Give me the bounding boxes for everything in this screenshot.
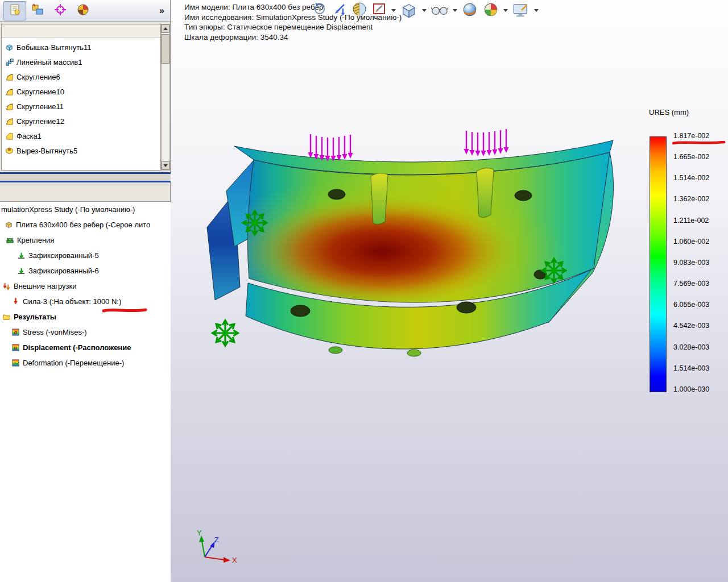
stress-plot-icon: σ [11,328,20,336]
dimxpert-manager-tab-icon [53,3,67,19]
dropdown-caret-icon[interactable] [422,9,427,12]
property-manager-tab-icon [8,3,22,19]
tree-item-fillet6[interactable]: Скругление6 [2,69,160,84]
edit-appearance-icon [461,1,478,20]
study-item-fixed-6[interactable]: Зафиксированный-6 [0,263,171,278]
legend-tick-label: 3.028e-003 [673,343,709,351]
study-item-fixtures[interactable]: Крепления [0,232,171,248]
legend-tick-label: 1.000e-030 [673,385,709,393]
tree-item-label: Бобышка-Вытянуть11 [16,43,91,52]
study-item-label: Плита 630x400 без ребер (-Серое лито [16,221,150,229]
study-item-label: Stress (-vonMises-) [23,328,87,336]
tree-item-label: Вырез-Вытянуть5 [16,147,77,155]
study-item-label: Deformation (-Перемещение-) [23,359,124,367]
dropdown-caret-icon[interactable] [453,9,457,12]
tree-item-chamfer[interactable]: Фаска1 [2,128,160,143]
fixtures-folder-icon [6,236,14,244]
study-item-label: Displacement (-Расположение [23,343,131,352]
heads-up-toolbar [312,1,539,22]
study-item-part[interactable]: Плита 630x400 без ребер (-Серое лито [0,217,171,232]
simulation-study-tree: mulationXpress Study (-По умолчанию-) Пл… [0,201,171,582]
panel-tab-bar: » [0,0,170,22]
scroll-thumb[interactable] [162,34,169,64]
study-item-stress[interactable]: σ Stress (-vonMises-) [0,325,171,340]
hide-show-items-icon [431,1,449,22]
tree-item-label: Фаска1 [16,132,42,140]
feature-tree: Бобышка-Вытянуть11 Линейный массив1 Скру… [1,24,161,171]
previous-view-button[interactable] [332,1,348,19]
results-folder-icon [2,313,11,321]
external-loads-folder-icon [2,282,11,290]
load-arrows [308,129,509,161]
edit-sketch-icon [371,1,387,19]
section-view-button[interactable] [351,1,367,19]
tree-item-label: Скругление6 [16,73,60,81]
legend-tick-label: 1.665e-002 [673,153,709,161]
legend-title: URES (mm) [649,108,689,117]
study-item-label: Крепления [17,236,54,244]
dropdown-caret-icon[interactable] [503,9,508,12]
legend-tick-label: 1.362e-002 [673,195,709,203]
edit-sketch-button[interactable] [371,1,387,19]
fillet-icon [5,88,14,96]
study-item-label: Зафиксированный-5 [28,251,99,260]
part-icon [5,221,13,229]
study-title-label: mulationXpress Study (-По умолчанию-) [1,205,135,214]
tree-item-linear-pattern[interactable]: Линейный массив1 [2,55,160,69]
study-item-label: Сила-3 (:На объект: 1000 N:) [23,297,121,306]
tree-item-fillet11[interactable]: Скругление11 [2,99,160,114]
dropdown-caret-icon[interactable] [391,9,396,12]
scroll-down-button[interactable] [162,161,169,170]
panel-splitter-horizontal[interactable] [0,172,171,182]
study-item-label: Результаты [14,313,56,321]
model-plot[interactable]: X Y Z [171,0,728,582]
feature-tree-scrollbar[interactable] [161,24,170,171]
study-item-deformation[interactable]: Deformation (-Перемещение-) [0,355,171,371]
fillet-icon [5,117,14,126]
expand-panel-button[interactable]: » [159,6,164,16]
tree-item-label: Скругление11 [16,102,64,111]
tree-item-fillet12[interactable]: Скругление12 [2,114,160,128]
tab-configuration-manager[interactable] [26,1,49,20]
study-item-fixed-5[interactable]: Зафиксированный-5 [0,248,171,263]
tab-dimxpert-manager[interactable] [49,1,72,20]
legend-color-bar [650,136,667,392]
tree-item-fillet10[interactable]: Скругление10 [2,84,160,99]
legend-tick-label: 9.083e-003 [673,259,709,267]
tree-item-label: Скругление12 [16,117,64,126]
arrow-up-icon [163,27,168,30]
tree-item-cut-extrude[interactable]: Вырез-Вытянуть5 [2,143,160,158]
svg-text:u: u [14,345,17,351]
result-legend: URES (mm) 1.817e-002 1.665e-002 1.514e-0… [646,106,728,413]
study-item-displacement[interactable]: u Displacement (-Расположение [0,340,171,355]
tree-item-boss-extrude[interactable]: Бобышка-Вытянуть11 [2,40,160,55]
edit-appearance-button[interactable] [461,1,478,20]
fillet-icon [5,102,14,111]
chamfer-icon [5,132,14,140]
boss-extrude-icon [5,43,14,52]
rotate-view-button[interactable] [312,1,328,19]
feature-manager-panel: » Бобышка-Вытянуть11 Линейный массив1 Ск… [0,0,171,582]
dropdown-caret-icon[interactable] [534,9,539,12]
graphics-area[interactable]: Имя модели: Плита 630x400 без ребер Имя … [171,0,728,582]
triad-y-label: Y [197,529,202,537]
svg-text:σ: σ [14,330,18,335]
tab-display-manager[interactable] [72,1,94,20]
tree-item-label: Скругление10 [16,88,64,96]
study-title[interactable]: mulationXpress Study (-По умолчанию-) [0,202,171,217]
legend-tick-label: 1.514e-002 [673,174,709,182]
legend-tick-label: 1.514e-003 [673,364,709,372]
configuration-manager-tab-icon [31,3,44,19]
legend-tick-label: 4.542e-003 [673,322,709,330]
section-view-icon [351,1,367,19]
view-settings-button[interactable] [512,1,530,22]
study-item-external-loads[interactable]: Внешние нагрузки [0,278,171,294]
scroll-up-button[interactable] [162,24,169,33]
triad-z-label: Z [214,535,219,544]
tab-property-manager[interactable] [3,1,26,20]
view-orientation-button[interactable] [400,1,418,22]
hide-show-items-button[interactable] [431,1,449,22]
orientation-triad: X Y Z [197,529,237,564]
view-orientation-icon [400,1,418,22]
apply-scene-button[interactable] [482,1,499,20]
